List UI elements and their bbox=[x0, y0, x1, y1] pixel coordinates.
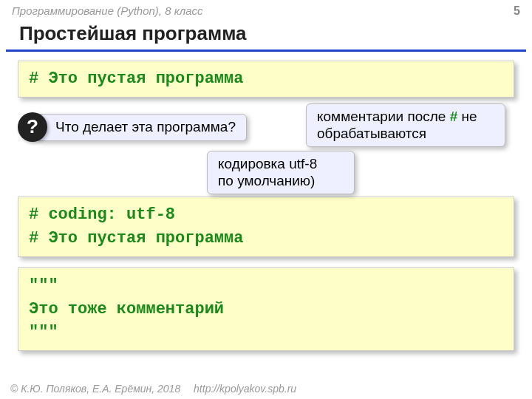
question-badge: ? bbox=[18, 112, 47, 142]
callout-hash: комментарии после # не обрабатываются bbox=[306, 103, 505, 148]
course-label: Программирование (Python), 8 класс bbox=[12, 4, 203, 18]
page-title: Простейшая программа bbox=[6, 21, 526, 52]
code-block-1: # Это пустая программа bbox=[18, 61, 514, 98]
code-line: """ bbox=[29, 321, 503, 344]
code-block-3: """ Это тоже комментарий """ bbox=[18, 267, 514, 352]
callout-encoding: кодировка utf-8 по умолчанию) bbox=[207, 151, 355, 195]
code-block-2: # coding: utf-8 # Это пустая программа bbox=[18, 197, 514, 257]
code-line: # coding: utf-8 bbox=[29, 203, 503, 227]
code-line: Это тоже комментарий bbox=[29, 298, 503, 321]
hash-icon: # bbox=[450, 109, 458, 124]
callout-row: ? Что делает эта программа? комментарии … bbox=[18, 108, 514, 189]
footer-link: http://kpolyakov.spb.ru bbox=[194, 383, 296, 395]
page-number: 5 bbox=[514, 4, 520, 18]
copyright: © К.Ю. Поляков, Е.А. Ерёмин, 2018 bbox=[10, 383, 180, 395]
footer: © К.Ю. Поляков, Е.А. Ерёмин, 2018 http:/… bbox=[10, 383, 296, 395]
code-line: # Это пустая программа bbox=[29, 227, 503, 250]
code-line: # Это пустая программа bbox=[29, 69, 243, 88]
callout-text: Что делает эта программа? bbox=[55, 119, 236, 134]
header: Программирование (Python), 8 класс 5 bbox=[0, 0, 532, 21]
code-line: """ bbox=[29, 274, 503, 298]
callout-line: по умолчанию) bbox=[218, 173, 315, 188]
callout-line: кодировка utf-8 bbox=[218, 156, 317, 171]
callout-question: Что делает эта программа? bbox=[35, 114, 247, 141]
callout-text: комментарии после bbox=[317, 109, 450, 124]
content: # Это пустая программа ? Что делает эта … bbox=[0, 61, 532, 351]
